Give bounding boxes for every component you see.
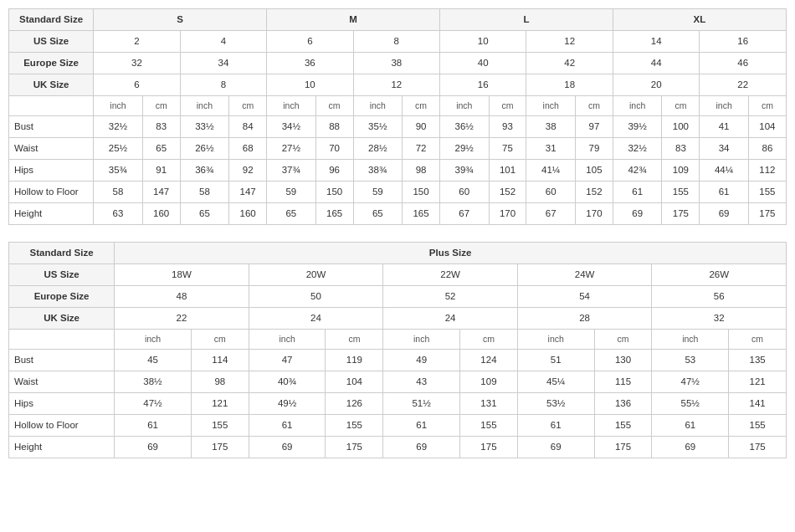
plus-europe-size-header: Europe Size bbox=[9, 285, 115, 307]
eu-xl2: 46 bbox=[700, 52, 787, 74]
plus-waist-label: Waist bbox=[9, 371, 115, 393]
plus-waist-5: 43 bbox=[383, 371, 460, 393]
eu-xl1: 44 bbox=[613, 52, 699, 74]
us-l1: 10 bbox=[440, 30, 526, 52]
plus-waist-4: 104 bbox=[326, 371, 383, 393]
unit-cm-2: cm bbox=[229, 95, 267, 116]
bust-11: 38 bbox=[526, 116, 575, 138]
plus-eu-1: 48 bbox=[115, 285, 249, 307]
bust-16: 104 bbox=[748, 116, 786, 138]
uk-xl1: 20 bbox=[613, 74, 699, 95]
unit-cm-3: cm bbox=[315, 95, 353, 116]
waist-label: Waist bbox=[9, 138, 94, 160]
plus-waist-row: Waist 38½ 98 40¾ 104 43 109 45¼ 115 47½ … bbox=[9, 371, 787, 393]
height-7: 65 bbox=[353, 203, 402, 225]
unit-inch-4: inch bbox=[353, 95, 402, 116]
hips-10: 101 bbox=[489, 160, 526, 182]
plus-height-8: 175 bbox=[594, 437, 652, 458]
hips-12: 105 bbox=[575, 160, 613, 182]
us-s1: 2 bbox=[94, 30, 180, 52]
plus-bust-5: 49 bbox=[383, 350, 460, 371]
height-15: 69 bbox=[700, 203, 748, 225]
plus-unit-cm-5: cm bbox=[729, 329, 787, 350]
unit-cm-4: cm bbox=[403, 95, 440, 116]
unit-inch-5: inch bbox=[440, 95, 489, 116]
unit-cm-8: cm bbox=[748, 95, 786, 116]
unit-inch-8: inch bbox=[700, 95, 748, 116]
waist-7: 28½ bbox=[353, 138, 402, 160]
plus-bust-2: 114 bbox=[191, 350, 249, 371]
l-header: L bbox=[440, 9, 613, 31]
hips-3: 36¾ bbox=[180, 160, 228, 182]
plus-size-table-container: Standard Size Plus Size US Size 18W 20W … bbox=[8, 242, 787, 458]
htf-10: 152 bbox=[489, 182, 526, 203]
unit-inch-7: inch bbox=[613, 95, 661, 116]
htf-13: 61 bbox=[613, 182, 661, 203]
us-s2: 4 bbox=[180, 30, 266, 52]
us-size-header: US Size bbox=[9, 30, 94, 52]
plus-hollow-to-floor-row: Hollow to Floor 61 155 61 155 61 155 61 … bbox=[9, 415, 787, 437]
plus-bust-7: 51 bbox=[517, 350, 594, 371]
bust-2: 83 bbox=[142, 116, 180, 138]
height-5: 65 bbox=[267, 203, 315, 225]
height-6: 165 bbox=[315, 203, 353, 225]
height-16: 175 bbox=[748, 203, 786, 225]
unit-cm-1: cm bbox=[142, 95, 180, 116]
uk-size-header: UK Size bbox=[9, 74, 94, 95]
htf-1: 58 bbox=[94, 182, 142, 203]
waist-13: 32½ bbox=[613, 138, 661, 160]
unit-cm-6: cm bbox=[575, 95, 613, 116]
bust-8: 90 bbox=[403, 116, 440, 138]
waist-12: 79 bbox=[575, 138, 613, 160]
height-8: 165 bbox=[403, 203, 440, 225]
plus-bust-row: Bust 45 114 47 119 49 124 51 130 53 135 bbox=[9, 350, 787, 371]
plus-size-table: Standard Size Plus Size US Size 18W 20W … bbox=[8, 242, 787, 458]
uk-s2: 8 bbox=[180, 74, 266, 95]
plus-uk-1: 22 bbox=[115, 307, 249, 329]
plus-hips-1: 47½ bbox=[115, 393, 192, 415]
uk-m2: 12 bbox=[353, 74, 439, 95]
us-m2: 8 bbox=[353, 30, 439, 52]
us-xl1: 14 bbox=[613, 30, 699, 52]
bust-10: 93 bbox=[489, 116, 526, 138]
unit-inch-2: inch bbox=[180, 95, 228, 116]
plus-eu-2: 50 bbox=[249, 285, 383, 307]
eu-m2: 38 bbox=[353, 52, 439, 74]
plus-us-5: 26W bbox=[652, 264, 787, 286]
waist-10: 75 bbox=[489, 138, 526, 160]
hollow-to-floor-row: Hollow to Floor 58 147 58 147 59 150 59 … bbox=[9, 182, 787, 203]
plus-htf-4: 155 bbox=[326, 415, 383, 437]
waist-15: 34 bbox=[700, 138, 748, 160]
plus-uk-5: 32 bbox=[652, 307, 787, 329]
plus-waist-6: 109 bbox=[460, 371, 518, 393]
htf-3: 58 bbox=[180, 182, 228, 203]
eu-s1: 32 bbox=[94, 52, 180, 74]
plus-us-1: 18W bbox=[115, 264, 249, 286]
plus-htf-2: 155 bbox=[191, 415, 249, 437]
bust-13: 39½ bbox=[613, 116, 661, 138]
plus-hips-7: 53½ bbox=[517, 393, 594, 415]
plus-height-2: 175 bbox=[191, 437, 249, 458]
height-12: 170 bbox=[575, 203, 613, 225]
htf-5: 59 bbox=[267, 182, 315, 203]
plus-hips-6: 131 bbox=[460, 393, 518, 415]
plus-eu-5: 56 bbox=[652, 285, 787, 307]
htf-4: 147 bbox=[229, 182, 267, 203]
htf-9: 60 bbox=[440, 182, 489, 203]
uk-xl2: 22 bbox=[700, 74, 787, 95]
plus-height-row: Height 69 175 69 175 69 175 69 175 69 17… bbox=[9, 437, 787, 458]
height-4: 160 bbox=[229, 203, 267, 225]
htf-11: 60 bbox=[526, 182, 575, 203]
hips-label: Hips bbox=[9, 160, 94, 182]
plus-us-3: 22W bbox=[383, 264, 518, 286]
waist-11: 31 bbox=[526, 138, 575, 160]
eu-s2: 34 bbox=[180, 52, 266, 74]
bust-label: Bust bbox=[9, 116, 94, 138]
height-3: 65 bbox=[180, 203, 228, 225]
height-2: 160 bbox=[142, 203, 180, 225]
hips-2: 91 bbox=[142, 160, 180, 182]
xl-header: XL bbox=[613, 9, 786, 31]
plus-htf-9: 61 bbox=[652, 415, 729, 437]
unit-inch-3: inch bbox=[267, 95, 315, 116]
waist-9: 29½ bbox=[440, 138, 489, 160]
